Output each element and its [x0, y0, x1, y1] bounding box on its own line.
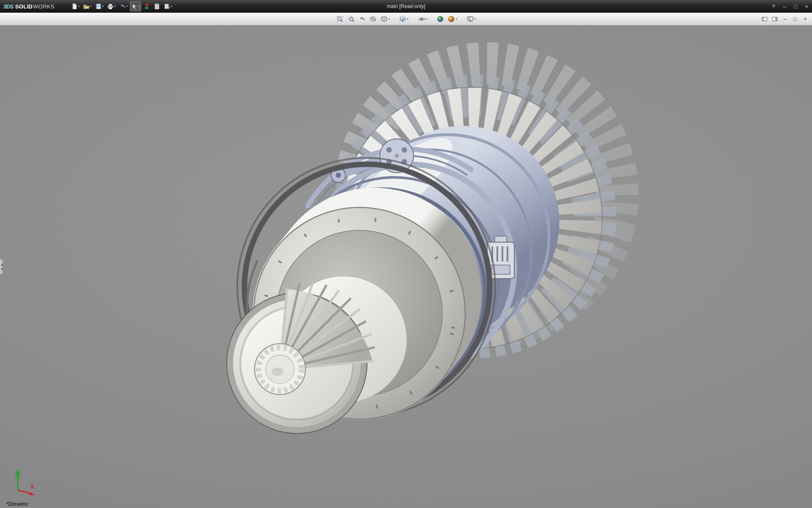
brand-name-bold: SOLID [15, 3, 33, 10]
print-button[interactable]: ▾ [106, 1, 117, 11]
new-document-button[interactable]: ▾ [70, 1, 81, 11]
apply-scene-button[interactable]: ▾ [446, 14, 458, 24]
scene-sphere-icon [447, 15, 455, 23]
zoom-to-fit-icon [336, 15, 344, 23]
undo-arrow-icon [119, 3, 126, 10]
dropdown-arrow-icon[interactable]: ▾ [407, 17, 409, 21]
graphics-area[interactable]: X *Dimetric [0, 25, 812, 508]
reference-triad: X [7, 466, 45, 497]
appearance-sphere-icon [436, 15, 444, 23]
document-minimize-button[interactable]: – [781, 15, 789, 23]
document-close-button[interactable]: × [801, 15, 809, 23]
title-bar: 3DS SOLID WORKS ▾ ▾ ▾ ▾ ▾ ▾ [0, 0, 812, 13]
dropdown-arrow-icon[interactable]: ▾ [475, 17, 476, 21]
display-style-cube-icon [399, 15, 406, 23]
minimize-button[interactable]: – [779, 2, 790, 11]
file-properties-button[interactable] [152, 1, 162, 11]
cursor-arrow-icon [131, 3, 138, 10]
open-document-button[interactable]: ▾ [82, 1, 93, 11]
dropdown-arrow-icon[interactable]: ▾ [138, 5, 140, 8]
previous-view-icon [358, 15, 366, 23]
view-settings-button[interactable]: ▾ [465, 14, 477, 24]
left-panel-splitter[interactable] [0, 259, 3, 274]
undo-button[interactable]: ▾ [118, 1, 129, 11]
zoom-to-area-button[interactable] [346, 14, 356, 24]
heads-up-toolbar: ▾ ▾ ▾ ▾ ▾ [335, 14, 477, 24]
pane-right-icon [772, 17, 777, 21]
pane-toggle-right-button[interactable] [771, 15, 779, 23]
view-orientation-cube-icon [380, 15, 388, 23]
close-button[interactable]: × [801, 2, 812, 11]
color-indicator-button[interactable] [142, 1, 151, 11]
section-view-button[interactable] [368, 14, 378, 24]
clipboard-icon [154, 3, 160, 10]
collapse-arrow-icon [1, 268, 3, 270]
help-button[interactable]: ? [768, 2, 779, 11]
window-controls: ? – □ × [768, 2, 812, 11]
zoom-to-area-icon [347, 15, 355, 23]
save-floppy-icon [95, 3, 102, 10]
view-orientation-label: *Dimetric [6, 501, 28, 507]
dropdown-arrow-icon[interactable]: ▾ [388, 17, 390, 21]
hide-show-items-button[interactable]: ▾ [417, 14, 429, 24]
document-restore-button[interactable]: □ [791, 15, 799, 23]
save-button[interactable]: ▾ [94, 1, 105, 11]
heads-up-toolbar-bar: ▾ ▾ ▾ ▾ ▾ – □ × [0, 13, 812, 25]
brand-name-light: WORKS [33, 3, 55, 10]
select-tool-button[interactable]: ▾ [130, 1, 141, 11]
dropdown-arrow-icon[interactable]: ▾ [90, 5, 92, 8]
new-document-icon [71, 3, 78, 10]
3ds-logo-mark: 3DS [3, 3, 14, 10]
display-style-button[interactable]: ▾ [398, 14, 410, 24]
main-toolbar: ▾ ▾ ▾ ▾ ▾ ▾ ▾ [70, 1, 174, 11]
options-sheet-icon [164, 3, 170, 10]
document-window-controls: – □ × [760, 13, 809, 25]
dropdown-arrow-icon[interactable]: ▾ [455, 17, 457, 21]
section-view-icon [369, 15, 377, 23]
pane-toggle-left-button[interactable] [760, 15, 769, 23]
printer-icon [107, 3, 114, 10]
eye-icon [418, 15, 425, 23]
dropdown-arrow-icon[interactable]: ▾ [114, 5, 116, 8]
zoom-to-fit-button[interactable] [335, 14, 345, 24]
view-orientation-button[interactable]: ▾ [379, 14, 391, 24]
dropdown-arrow-icon[interactable]: ▾ [171, 5, 173, 8]
pane-left-icon [762, 17, 767, 21]
dropdown-arrow-icon[interactable]: ▾ [426, 17, 428, 21]
options-button[interactable]: ▾ [162, 1, 174, 11]
solidworks-logo: 3DS SOLID WORKS [0, 0, 59, 13]
collapse-arrow-icon [1, 264, 3, 266]
triad-x-label: X [30, 483, 34, 490]
red-green-indicator-icon [145, 3, 149, 10]
previous-view-button[interactable] [357, 14, 367, 24]
model-viewport[interactable] [0, 25, 812, 508]
open-folder-icon [83, 3, 90, 10]
dropdown-arrow-icon[interactable]: ▾ [78, 5, 80, 8]
dropdown-arrow-icon[interactable]: ▾ [102, 5, 104, 8]
edit-appearance-button[interactable] [435, 14, 445, 24]
view-settings-icon [466, 15, 474, 23]
dropdown-arrow-icon[interactable]: ▾ [126, 5, 128, 8]
maximize-button[interactable]: □ [790, 2, 801, 11]
